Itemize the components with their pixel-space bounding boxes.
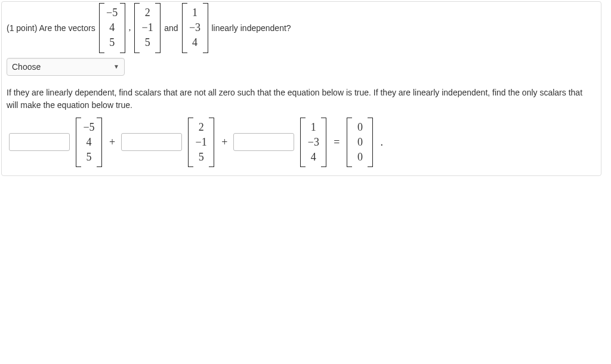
v2-row2: 5 [141, 35, 153, 50]
vector-3: 1 −3 4 [182, 3, 208, 53]
equals: = [332, 136, 341, 149]
instruction-text: If they are linearly dependent, find sca… [7, 87, 596, 112]
v1-row1: 4 [106, 20, 118, 35]
trailing-dot: . [379, 136, 384, 149]
v3-row1: −3 [189, 20, 201, 35]
v1-row2: 5 [106, 35, 118, 50]
v2-row1: −1 [141, 20, 153, 35]
eq-vector-2: 2 −1 5 [188, 118, 214, 168]
eq-zero-vector: 0 0 0 [347, 118, 373, 168]
vector-1: −5 4 5 [99, 3, 125, 53]
equation-line: −5 4 5 + 2 −1 5 + 1 −3 4 [7, 118, 596, 168]
question-suffix: linearly independent? [212, 23, 291, 33]
eq-vector-1: −5 4 5 [76, 118, 102, 168]
comma: , [129, 23, 131, 33]
scalar-input-1[interactable] [9, 133, 70, 151]
question-prefix: (1 point) Are the vectors [7, 23, 95, 33]
eq-vector-3: 1 −3 4 [300, 118, 326, 168]
problem-container: (1 point) Are the vectors −5 4 5 , 2 −1 … [1, 1, 601, 176]
v3-row2: 4 [189, 35, 201, 50]
chevron-down-icon: ▼ [113, 63, 119, 70]
dropdown-label: Choose [12, 62, 41, 72]
and-text: and [164, 23, 178, 33]
vector-2: 2 −1 5 [134, 3, 161, 53]
plus-2: + [220, 136, 229, 149]
plus-1: + [108, 136, 116, 149]
v1-row0: −5 [106, 5, 118, 20]
scalar-input-3[interactable] [233, 133, 294, 151]
v3-row0: 1 [189, 5, 201, 20]
question-line: (1 point) Are the vectors −5 4 5 , 2 −1 … [7, 3, 596, 53]
v2-row0: 2 [141, 5, 153, 20]
independence-dropdown[interactable]: Choose ▼ [7, 58, 125, 76]
scalar-input-2[interactable] [121, 133, 182, 151]
